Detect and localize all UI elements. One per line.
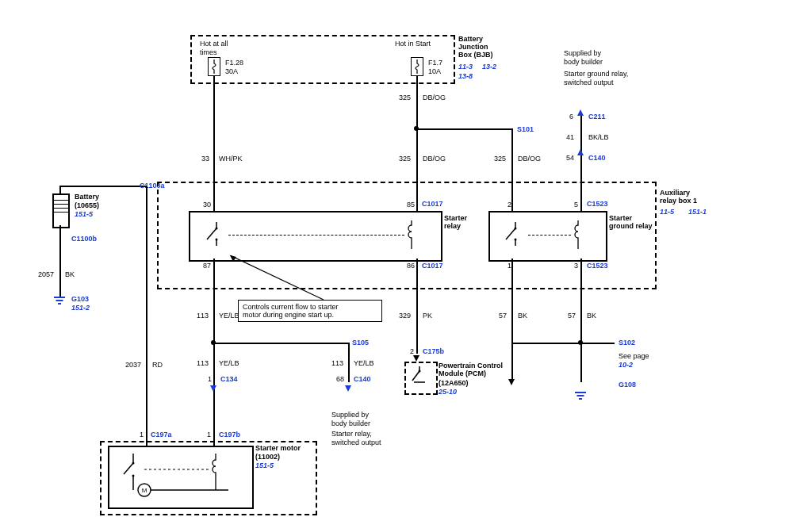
- bjb-hot-all: Hot at all times: [200, 40, 228, 57]
- w325-num-a: 325: [399, 94, 411, 101]
- w2057-num: 2057: [38, 270, 54, 278]
- control-leader: [230, 255, 333, 304]
- starter-motor-label: Starter motor: [255, 444, 301, 452]
- stub-85: [416, 199, 418, 211]
- s105-label: S105: [352, 339, 369, 347]
- w57-down-b: [580, 258, 582, 382]
- c1017-bot: C1017: [422, 262, 443, 270]
- grelay-5: 5: [574, 201, 578, 209]
- svg-point-4: [216, 239, 218, 241]
- fuse-f17-amp: 10A: [428, 67, 441, 75]
- svg-line-15: [124, 463, 133, 474]
- note-supplied-2: Supplied by body builder: [331, 411, 370, 428]
- c134-arrow: [210, 385, 216, 392]
- w113-col-c: YE/LB: [354, 359, 374, 367]
- bjb-title: Battery Junction Box (BJB): [458, 35, 493, 59]
- fuse-f128: [208, 57, 220, 76]
- w57-down-a: [511, 258, 513, 382]
- g108-label: G108: [619, 381, 636, 389]
- svg-marker-24: [230, 255, 236, 262]
- svg-point-12: [419, 370, 421, 373]
- relay2-coil: [573, 220, 584, 251]
- w325-col-a: DB/OG: [423, 94, 446, 101]
- ground-relay-label: Starter ground relay: [609, 214, 653, 230]
- w113-col-a: YE/LB: [219, 312, 239, 320]
- bjb-ref2: 13-2: [482, 63, 496, 71]
- splice-dot-s101: [414, 126, 419, 131]
- note-supplied-1: Supplied by body builder: [564, 49, 603, 67]
- relay2-dashline: [528, 235, 571, 236]
- w2037-num: 2037: [125, 361, 141, 369]
- w57-col-a: BK: [518, 312, 527, 320]
- relay2-switch: [504, 222, 527, 246]
- c211-label: C211: [588, 113, 606, 121]
- c140-label-a: C140: [588, 154, 606, 162]
- starter-motor-part: (11002): [255, 453, 280, 461]
- w329-num: 329: [399, 312, 411, 320]
- stub-2: [511, 199, 513, 211]
- pcm-label: Powertrain Control Module (PCM): [439, 362, 503, 377]
- bjb-hot-start: Hot in Start: [395, 40, 431, 48]
- s105-branch-down: [348, 343, 350, 382]
- svg-line-11: [412, 371, 419, 381]
- c1017-top: C1017: [422, 200, 443, 208]
- g103-sym: [54, 297, 65, 306]
- w113-num-c: 113: [331, 359, 343, 367]
- w329-col: PK: [423, 312, 432, 320]
- c197a-pin: 1: [140, 431, 144, 438]
- wire-f128-down: [213, 76, 215, 199]
- c197b-label: C197b: [219, 431, 240, 438]
- wire-f17-down: [416, 76, 418, 199]
- w41: 41: [566, 133, 574, 141]
- w113-num-b: 113: [197, 359, 209, 367]
- c1523-bot: C1523: [587, 262, 608, 270]
- w33-num: 33: [201, 155, 209, 163]
- s105-branch: [213, 343, 348, 344]
- w329-down: [416, 258, 418, 354]
- sm-solenoid: M: [121, 454, 239, 500]
- aux-title: Auxiliary relay box 1: [660, 189, 697, 205]
- c197a-label: C197a: [151, 431, 172, 438]
- s102-branch: [511, 343, 615, 344]
- srelay-85: 85: [407, 201, 415, 209]
- w68: 68: [336, 375, 344, 383]
- c140-arrow-a: [577, 149, 584, 155]
- w113-num-a: 113: [197, 312, 209, 320]
- c175b-arrow: [413, 355, 419, 362]
- c197b-stub: [213, 431, 215, 446]
- c140-label-b: C140: [354, 375, 371, 383]
- starter-motor-ref: 151-5: [255, 461, 274, 469]
- s101-label: S101: [517, 125, 534, 133]
- w57-num-b: 57: [568, 312, 576, 320]
- battery-ref: 151-5: [75, 210, 93, 218]
- battery-label: Battery: [75, 193, 99, 201]
- grelay-3: 3: [574, 262, 578, 270]
- fuse-f17-label: F1.7: [428, 59, 442, 67]
- g103-ref: 151-2: [71, 304, 90, 312]
- fuse-f17: [411, 57, 423, 76]
- svg-point-8: [515, 228, 517, 230]
- rd-down: [146, 186, 147, 431]
- svg-line-1: [207, 228, 216, 239]
- bjb-ref3: 13-8: [458, 72, 473, 80]
- srelay-86: 86: [407, 262, 415, 270]
- splice-dot-s102: [578, 340, 583, 345]
- svg-point-16: [132, 462, 135, 465]
- w33-col: WH/PK: [219, 155, 243, 163]
- w57-col-b: BK: [587, 312, 596, 320]
- fuse-f128-label: F1.28: [225, 59, 243, 67]
- battery-symbol: [52, 193, 70, 228]
- g108-sym: [575, 392, 586, 401]
- w57-num-a: 57: [499, 312, 507, 320]
- stub-30: [213, 199, 215, 211]
- battery-top-wire: [59, 186, 61, 193]
- svg-point-9: [515, 239, 517, 241]
- srelay-87: 87: [203, 262, 211, 270]
- w325-num-c: 325: [494, 155, 506, 163]
- battery-bot-wire: [59, 225, 61, 297]
- note-sr-sw: Starter relay, switched output: [331, 430, 381, 447]
- pcm-part: (12A650): [439, 379, 469, 387]
- splice-dot-s105: [211, 340, 216, 345]
- w113-col-b: YE/LB: [219, 359, 239, 367]
- note-sgr: Starter ground relay, switched output: [564, 70, 628, 87]
